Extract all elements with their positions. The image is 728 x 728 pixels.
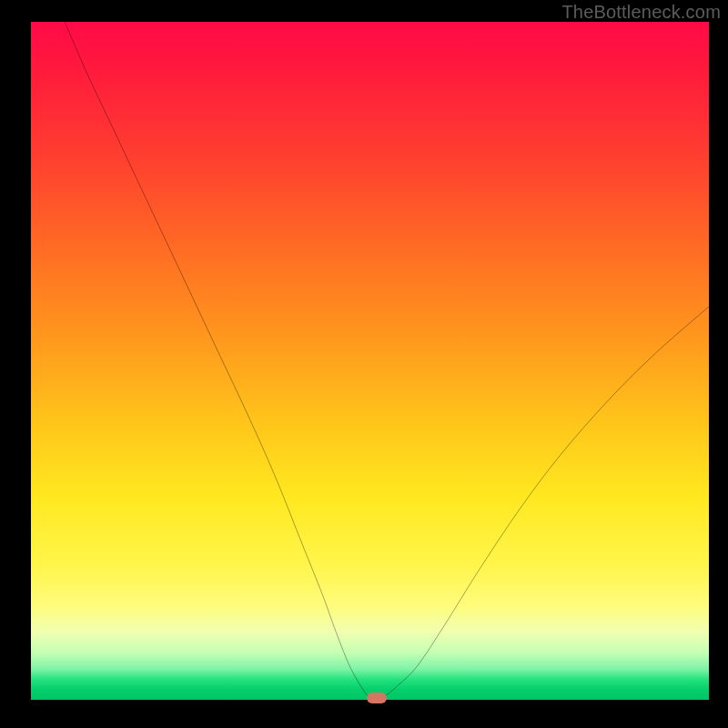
chart-frame: TheBottleneck.com bbox=[0, 0, 728, 728]
bottleneck-curve bbox=[31, 22, 709, 700]
optimal-marker bbox=[367, 693, 387, 703]
watermark-text: TheBottleneck.com bbox=[561, 2, 721, 23]
plot-area bbox=[31, 22, 709, 700]
